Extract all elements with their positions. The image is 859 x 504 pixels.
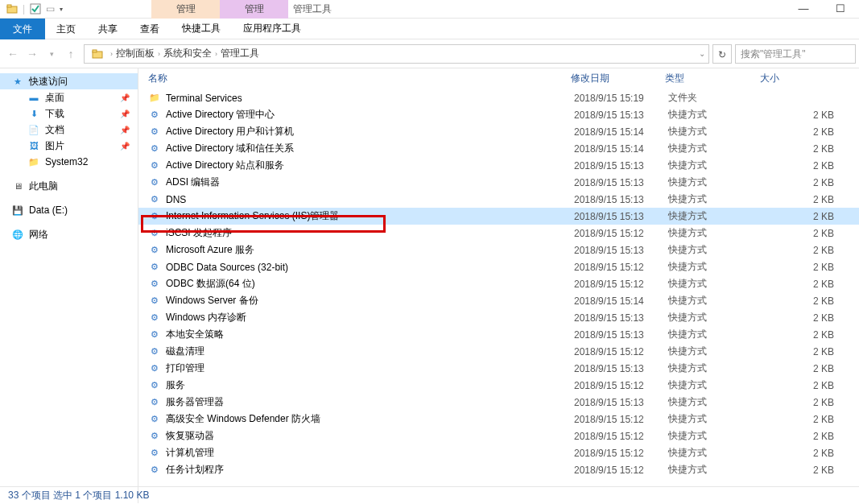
file-date: 2018/9/15 15:14 (574, 295, 668, 307)
file-row[interactable]: ⚙Active Directory 站点和服务2018/9/15 15:13快捷… (138, 157, 859, 174)
network-icon: 🌐 (11, 228, 24, 241)
navigation-pane: ★ 快速访问 ▬ 桌面 📌 ⬇ 下载 📌 📄 文档 📌 🖼 图片 📌 (0, 68, 138, 503)
file-row[interactable]: ⚙服务2018/9/15 15:12快捷方式2 KB (138, 377, 859, 394)
file-date: 2018/9/15 15:13 (574, 211, 668, 222)
file-row[interactable]: ⚙本地安全策略2018/9/15 15:13快捷方式2 KB (138, 326, 859, 343)
sidebar-drive[interactable]: 💾 Data (E:) (0, 202, 138, 218)
svg-rect-1 (7, 5, 11, 7)
checkbox-icon[interactable] (30, 3, 41, 14)
sidebar-label: 此电脑 (29, 180, 58, 193)
up-button[interactable]: ↑ (61, 44, 81, 64)
maximize-button[interactable]: ☐ (822, 0, 859, 19)
address-dropdown-icon[interactable]: ⌄ (699, 49, 705, 58)
file-tab[interactable]: 文件 (0, 19, 45, 39)
file-row[interactable]: ⚙计算机管理2018/9/15 15:12快捷方式2 KB (138, 444, 859, 461)
file-row[interactable]: 📁Terminal Services2018/9/15 15:19文件夹 (138, 89, 859, 106)
qat-dropdown-icon[interactable]: ▾ (60, 6, 63, 13)
file-row[interactable]: ⚙高级安全 Windows Defender 防火墙2018/9/15 15:1… (138, 411, 859, 428)
shortcut-icon: ⚙ (148, 244, 161, 257)
ribbon-tab-view[interactable]: 查看 (129, 19, 171, 39)
file-row[interactable]: ⚙Active Directory 管理中心2018/9/15 15:13快捷方… (138, 106, 859, 123)
column-header-size[interactable]: 大小 (760, 72, 840, 85)
breadcrumb-chevron-icon[interactable]: › (215, 50, 217, 58)
column-header-type[interactable]: 类型 (665, 72, 760, 85)
file-date: 2018/9/15 15:13 (574, 363, 668, 374)
refresh-button[interactable]: ↻ (712, 44, 732, 64)
breadcrumb-chevron-icon[interactable]: › (110, 50, 113, 58)
file-row[interactable]: ⚙Internet Information Services (IIS)管理器2… (138, 208, 859, 225)
file-size: 2 KB (763, 329, 834, 341)
tab-manage-2[interactable]: 管理 (220, 0, 288, 19)
file-name: 服务 (166, 378, 574, 392)
breadcrumb-part[interactable]: 控制面板 (116, 47, 155, 60)
ribbon-tab-shortcut-tools[interactable]: 快捷工具 (171, 18, 232, 40)
recent-dropdown[interactable]: ▾ (42, 44, 61, 64)
sidebar-network[interactable]: 🌐 网络 (0, 226, 138, 242)
shortcut-icon: ⚙ (148, 396, 161, 409)
forward-button[interactable]: → (23, 44, 42, 64)
file-type: 快捷方式 (668, 243, 763, 257)
file-size: 2 KB (763, 126, 834, 138)
file-row[interactable]: ⚙任务计划程序2018/9/15 15:12快捷方式2 KB (138, 461, 859, 478)
address-bar[interactable]: › 控制面板 › 系统和安全 › 管理工具 ⌄ (84, 44, 709, 64)
sidebar-item-pictures[interactable]: 🖼 图片 📌 (0, 138, 138, 154)
file-type: 快捷方式 (668, 226, 763, 240)
ribbon-tab-home[interactable]: 主页 (45, 19, 87, 39)
sidebar-item-documents[interactable]: 📄 文档 📌 (0, 122, 138, 138)
sidebar-item-downloads[interactable]: ⬇ 下载 📌 (0, 105, 138, 122)
sidebar-item-desktop[interactable]: ▬ 桌面 📌 (0, 89, 138, 105)
file-size: 2 KB (763, 312, 834, 324)
file-size: 2 KB (763, 380, 834, 391)
breadcrumb-part[interactable]: 管理工具 (221, 47, 259, 60)
search-input[interactable]: 搜索"管理工具" (735, 44, 856, 64)
file-type: 快捷方式 (668, 159, 763, 172)
file-row[interactable]: ⚙打印管理2018/9/15 15:13快捷方式2 KB (138, 360, 859, 377)
ribbon-tab-share[interactable]: 共享 (87, 19, 129, 39)
column-header-date[interactable]: 修改日期 (571, 72, 665, 85)
file-row[interactable]: ⚙服务器管理器2018/9/15 15:13快捷方式2 KB (138, 394, 859, 411)
file-row[interactable]: ⚙iSCSI 发起程序2018/9/15 15:12快捷方式2 KB (138, 225, 859, 242)
sidebar-item-system32[interactable]: 📁 System32 (0, 154, 138, 170)
file-name: 本地安全策略 (166, 328, 574, 341)
file-size: 2 KB (763, 279, 834, 290)
back-button[interactable]: ← (3, 44, 23, 64)
file-type: 快捷方式 (668, 260, 763, 274)
file-row[interactable]: ⚙Active Directory 用户和计算机2018/9/15 15:14快… (138, 123, 859, 140)
file-row[interactable]: ⚙ADSI 编辑器2018/9/15 15:13快捷方式2 KB (138, 174, 859, 191)
file-row[interactable]: ⚙DNS2018/9/15 15:13快捷方式2 KB (138, 191, 859, 208)
file-row[interactable]: ⚙Windows Server 备份2018/9/15 15:14快捷方式2 K… (138, 292, 859, 309)
file-row[interactable]: ⚙ODBC Data Sources (32-bit)2018/9/15 15:… (138, 258, 859, 275)
file-name: Internet Information Services (IIS)管理器 (166, 209, 574, 223)
sidebar-this-pc[interactable]: 🖥 此电脑 (0, 178, 138, 194)
shortcut-icon: ⚙ (148, 227, 161, 240)
svg-rect-4 (93, 50, 97, 52)
minimize-button[interactable]: — (785, 0, 822, 19)
file-type: 快捷方式 (668, 429, 763, 443)
file-name: 打印管理 (166, 361, 574, 375)
folder-icon: 📁 (148, 92, 161, 105)
column-header-name[interactable]: 名称 (148, 72, 571, 85)
file-size: 2 KB (763, 211, 834, 222)
file-row[interactable]: ⚙ODBC 数据源(64 位)2018/9/15 15:12快捷方式2 KB (138, 275, 859, 292)
ribbon-tab-app-tools[interactable]: 应用程序工具 (232, 18, 312, 40)
file-row[interactable]: ⚙Windows 内存诊断2018/9/15 15:13快捷方式2 KB (138, 309, 859, 326)
file-size: 2 KB (763, 143, 834, 155)
file-row[interactable]: ⚙磁盘清理2018/9/15 15:12快捷方式2 KB (138, 343, 859, 360)
tab-manage-1[interactable]: 管理 (151, 0, 220, 19)
shortcut-icon: ⚙ (148, 210, 161, 223)
file-type: 快捷方式 (668, 108, 763, 122)
file-size: 2 KB (763, 448, 834, 459)
properties-icon[interactable]: ▭ (46, 3, 55, 14)
file-type: 文件夹 (668, 91, 763, 105)
file-name: 服务器管理器 (166, 395, 574, 409)
file-date: 2018/9/15 15:12 (574, 380, 668, 391)
breadcrumb-part[interactable]: 系统和安全 (163, 47, 212, 60)
file-row[interactable]: ⚙恢复驱动器2018/9/15 15:12快捷方式2 KB (138, 428, 859, 444)
folder-icon (89, 46, 105, 62)
sidebar-quick-access[interactable]: ★ 快速访问 (0, 73, 138, 89)
file-row[interactable]: ⚙Active Directory 域和信任关系2018/9/15 15:14快… (138, 140, 859, 157)
breadcrumb-chevron-icon[interactable]: › (158, 50, 160, 58)
file-name: 计算机管理 (166, 446, 574, 460)
file-type: 快捷方式 (668, 446, 763, 460)
file-row[interactable]: ⚙Microsoft Azure 服务2018/9/15 15:13快捷方式2 … (138, 242, 859, 258)
